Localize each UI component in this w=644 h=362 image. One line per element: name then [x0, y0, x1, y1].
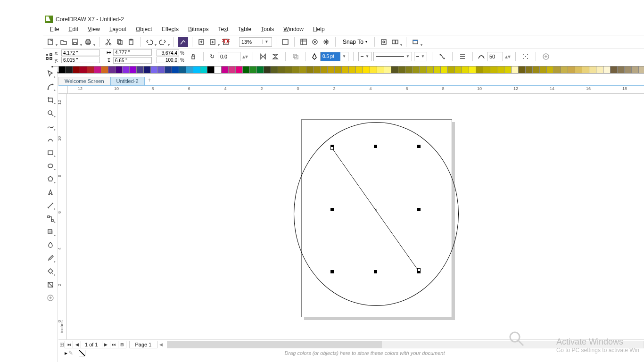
- color-swatch[interactable]: [186, 66, 193, 74]
- last-page-button[interactable]: ⏭: [110, 341, 118, 348]
- node-handle[interactable]: [330, 147, 334, 150]
- color-swatch[interactable]: [264, 66, 271, 74]
- color-swatch[interactable]: [271, 66, 278, 74]
- mirror-v-button[interactable]: [270, 51, 281, 62]
- selection-handle[interactable]: [374, 145, 377, 148]
- color-swatch[interactable]: [165, 66, 172, 74]
- vertical-ruler[interactable]: 121086420: [58, 94, 67, 339]
- outline-width-dropdown[interactable]: 0.5 pt ▼: [320, 52, 348, 61]
- mirror-h-button[interactable]: [258, 51, 268, 62]
- tab-untitled-2[interactable]: Untitled-2: [110, 77, 145, 85]
- print-button[interactable]: [83, 37, 93, 47]
- import-button[interactable]: [196, 37, 206, 47]
- order-button[interactable]: [290, 51, 301, 62]
- color-swatch[interactable]: [172, 66, 179, 74]
- y-input[interactable]: 6.015 ": [61, 57, 100, 63]
- color-swatch[interactable]: [433, 66, 441, 74]
- undo-button[interactable]: [144, 37, 155, 47]
- quick-customize-tool[interactable]: [45, 293, 56, 303]
- color-swatch[interactable]: [582, 66, 589, 74]
- x-input[interactable]: 4.172 ": [61, 49, 100, 56]
- publish-pdf-button[interactable]: PDF: [221, 37, 231, 47]
- scale-y-input[interactable]: [157, 57, 179, 63]
- color-swatch[interactable]: [384, 66, 391, 74]
- color-swatch[interactable]: [101, 66, 108, 74]
- color-swatch[interactable]: [193, 66, 200, 74]
- color-swatch[interactable]: [546, 66, 554, 74]
- color-swatch[interactable]: [497, 66, 504, 74]
- stepper-icon[interactable]: ▴▾: [242, 53, 248, 60]
- color-swatch[interactable]: [355, 66, 363, 74]
- ruler-origin[interactable]: [58, 86, 68, 94]
- color-swatch[interactable]: [327, 66, 335, 74]
- selection-handle[interactable]: [417, 208, 421, 211]
- color-swatch[interactable]: [179, 66, 186, 74]
- start-arrow-dropdown[interactable]: ▼: [358, 52, 372, 61]
- crop-tool[interactable]: ▸: [45, 95, 56, 105]
- end-arrow-dropdown[interactable]: ▼: [414, 52, 427, 61]
- color-swatch[interactable]: [575, 66, 582, 74]
- search-button[interactable]: [178, 37, 188, 47]
- color-swatch[interactable]: [334, 66, 342, 74]
- color-swatch[interactable]: [539, 66, 547, 74]
- color-swatch[interactable]: [398, 66, 405, 74]
- ellipse-tool[interactable]: ▸: [45, 161, 56, 171]
- doc-palette-controls[interactable]: ▸ ✎: [58, 350, 79, 356]
- color-swatch[interactable]: [200, 66, 207, 74]
- drop-shadow-tool[interactable]: ▸: [45, 227, 56, 237]
- selection-center[interactable]: ×: [374, 207, 377, 213]
- show-guidelines-button[interactable]: [321, 37, 331, 47]
- zoom-tool[interactable]: ▸: [45, 108, 56, 118]
- wrap-text-button[interactable]: [437, 51, 447, 62]
- smart-fill-tool[interactable]: [45, 280, 56, 290]
- color-swatch[interactable]: [249, 66, 257, 74]
- color-swatch[interactable]: [306, 66, 314, 74]
- color-swatch[interactable]: [348, 66, 356, 74]
- color-swatch[interactable]: [129, 66, 137, 74]
- cut-button[interactable]: [103, 37, 114, 47]
- color-swatch[interactable]: [256, 66, 264, 74]
- color-swatch[interactable]: [157, 66, 165, 74]
- color-swatch[interactable]: [617, 66, 625, 74]
- color-swatch[interactable]: [419, 66, 427, 74]
- options-button[interactable]: [379, 37, 389, 47]
- dropdown-icon[interactable]: ▼: [262, 40, 271, 44]
- color-swatch[interactable]: [469, 66, 476, 74]
- color-swatch[interactable]: [58, 66, 66, 74]
- color-swatch[interactable]: [476, 66, 483, 74]
- freehand-tool[interactable]: ▸: [45, 121, 56, 132]
- color-swatch[interactable]: [504, 66, 512, 74]
- add-page-button[interactable]: ⊞: [118, 341, 126, 348]
- color-swatch[interactable]: [426, 66, 434, 74]
- menu-object[interactable]: Object: [131, 25, 157, 33]
- menu-file[interactable]: File: [45, 25, 64, 33]
- welcome-button[interactable]: [410, 37, 421, 47]
- color-swatch[interactable]: [207, 66, 215, 74]
- parallel-dimension-tool[interactable]: ▸: [45, 200, 56, 211]
- color-swatch[interactable]: [405, 66, 413, 74]
- color-swatch[interactable]: [610, 66, 618, 74]
- color-swatch[interactable]: [214, 66, 222, 74]
- color-swatch[interactable]: [278, 66, 285, 74]
- document-palette[interactable]: ▸ ✎ Drag colors (or objects) here to sto…: [58, 349, 644, 357]
- color-swatch[interactable]: [150, 66, 158, 74]
- selection-handle[interactable]: [330, 270, 334, 273]
- color-swatch[interactable]: [447, 66, 455, 74]
- zoom-level[interactable]: ▼: [239, 37, 272, 47]
- color-swatch[interactable]: [568, 66, 575, 74]
- horizontal-scrollbar[interactable]: [167, 341, 644, 348]
- color-swatch[interactable]: [638, 66, 644, 74]
- paste-button[interactable]: [126, 37, 136, 47]
- color-swatch[interactable]: [377, 66, 384, 74]
- menu-table[interactable]: Table: [233, 25, 256, 33]
- selection-handle[interactable]: [374, 270, 377, 273]
- interactive-fill-tool[interactable]: ▸: [45, 266, 56, 277]
- color-swatch[interactable]: [292, 66, 299, 74]
- color-swatch[interactable]: [603, 66, 611, 74]
- color-swatch[interactable]: [80, 66, 87, 74]
- color-swatch[interactable]: [553, 66, 561, 74]
- swatch-none[interactable]: [79, 350, 85, 356]
- color-swatch[interactable]: [228, 66, 236, 74]
- shape-tool[interactable]: ▸: [45, 82, 56, 92]
- menu-window[interactable]: Window: [279, 25, 308, 33]
